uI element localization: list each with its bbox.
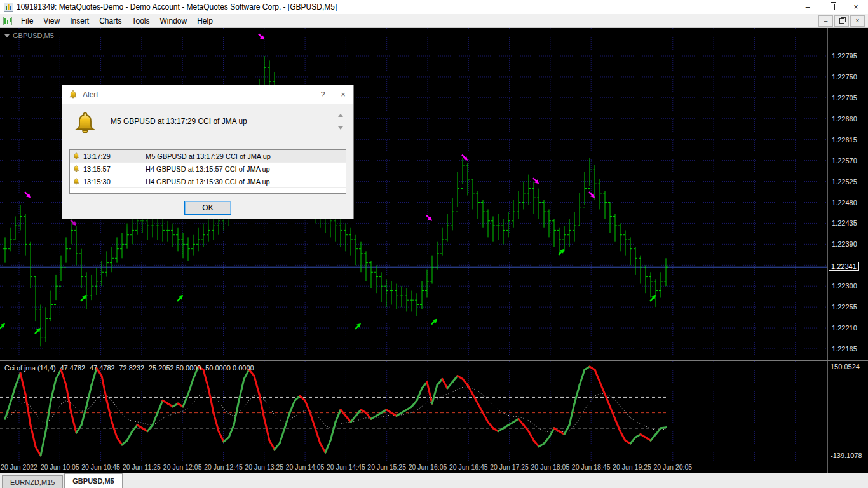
time-axis-label: 20 Jun 18:05 bbox=[531, 463, 570, 471]
window-titlebar[interactable]: 109191349: MetaQuotes-Demo - Demo Accoun… bbox=[0, 0, 868, 14]
alert-list: 13:17:29 M5 GBPUSD at 13:17:29 CCI of JM… bbox=[69, 149, 346, 194]
indicator-axis-label: 150.0524 bbox=[831, 363, 860, 370]
indicator-values-label: Cci of jma (14,4) -47.4782 -47.4782 -72.… bbox=[4, 364, 254, 372]
current-price-label: 1.22341 bbox=[829, 262, 859, 271]
mdi-close-button[interactable]: × bbox=[850, 15, 865, 27]
app-icon bbox=[4, 3, 13, 12]
price-scale[interactable]: 1.227951.227501.227051.226601.226151.225… bbox=[827, 28, 868, 473]
close-button[interactable]: × bbox=[844, 0, 868, 14]
time-axis-label: 20 Jun 10:45 bbox=[81, 463, 120, 471]
price-axis-label: 1.22795 bbox=[832, 52, 857, 60]
time-axis-label: 20 Jun 13:25 bbox=[245, 463, 283, 471]
sell-arrow-icon bbox=[25, 192, 31, 198]
time-scale[interactable]: 20 Jun 202220 Jun 10:0520 Jun 10:4520 Ju… bbox=[0, 462, 827, 473]
chart-tab-bar: EURNZD,M15 GBPUSD,M5 bbox=[0, 473, 868, 488]
alert-dialog-title: Alert bbox=[83, 90, 98, 99]
alert-text: H4 GBPUSD at 13:15:30 CCI of JMA up bbox=[138, 178, 270, 186]
time-axis-label: 20 Jun 11:25 bbox=[123, 463, 161, 471]
price-axis-label: 1.22390 bbox=[832, 240, 857, 248]
alert-dialog-titlebar[interactable]: Alert ? × bbox=[62, 85, 353, 104]
time-axis-label: 20 Jun 18:45 bbox=[572, 463, 611, 471]
ok-button[interactable]: OK bbox=[184, 201, 231, 215]
alert-row[interactable]: 13:15:57 H4 GBPUSD at 13:15:57 CCI of JM… bbox=[70, 163, 346, 175]
list-column-divider bbox=[142, 150, 142, 193]
chevron-down-icon bbox=[4, 34, 10, 37]
mdi-window-controls: – × bbox=[818, 15, 865, 27]
menu-tools[interactable]: Tools bbox=[127, 15, 155, 27]
time-axis-label: 20 Jun 12:45 bbox=[204, 463, 243, 471]
menu-file[interactable]: File bbox=[16, 15, 38, 27]
cci-line bbox=[5, 367, 666, 456]
time-axis-label: 20 Jun 10:05 bbox=[41, 463, 79, 471]
metatrader-window: { "window": { "title": "109191349: MetaQ… bbox=[0, 0, 868, 488]
menu-view[interactable]: View bbox=[38, 15, 65, 27]
chart-indicator-separator[interactable] bbox=[0, 360, 868, 361]
menu-charts[interactable]: Charts bbox=[94, 15, 126, 27]
restore-icon bbox=[829, 4, 835, 10]
cci-indicator-chart[interactable] bbox=[0, 361, 827, 461]
alert-row[interactable]: 13:15:30 H4 GBPUSD at 13:15:30 CCI of JM… bbox=[70, 175, 346, 188]
buy-arrow-icon bbox=[81, 295, 86, 301]
minimize-button[interactable]: – bbox=[796, 0, 820, 14]
alert-row[interactable]: 13:17:29 M5 GBPUSD at 13:17:29 CCI of JM… bbox=[70, 150, 346, 163]
menu-bar: File View Insert Charts Tools Window Hel… bbox=[0, 14, 868, 28]
buy-arrow-icon bbox=[177, 295, 183, 301]
time-axis-label: 20 Jun 20:05 bbox=[653, 463, 692, 471]
alert-message: M5 GBPUSD at 13:17:29 CCI of JMA up bbox=[111, 117, 247, 126]
time-axis-label: 20 Jun 12:05 bbox=[163, 463, 202, 471]
restore-button[interactable] bbox=[820, 0, 844, 14]
alert-time: 13:17:29 bbox=[83, 152, 138, 160]
time-axis-label: 20 Jun 14:05 bbox=[286, 463, 325, 471]
buy-arrow-icon bbox=[431, 318, 437, 324]
alert-text: H4 GBPUSD at 13:15:57 CCI of JMA up bbox=[138, 165, 270, 173]
alert-message-panel: M5 GBPUSD at 13:17:29 CCI of JMA up bbox=[62, 104, 353, 146]
time-axis-label: 20 Jun 15:25 bbox=[367, 463, 406, 471]
sell-arrow-icon bbox=[426, 215, 432, 221]
mdi-restore-button[interactable] bbox=[834, 15, 849, 27]
alert-bell-icon bbox=[68, 90, 78, 100]
message-scroller bbox=[338, 114, 343, 130]
price-axis-label: 1.22660 bbox=[832, 115, 857, 123]
help-button[interactable]: ? bbox=[313, 85, 333, 104]
price-axis-label: 1.22615 bbox=[832, 136, 857, 144]
time-axis-label: 20 Jun 19:25 bbox=[613, 463, 651, 471]
alert-dialog: Alert ? × M5 GBPUSD at 13:17:29 CCI of J… bbox=[62, 85, 354, 219]
indicator-grid bbox=[19, 361, 796, 461]
chart-symbol-label: GBPUSD,M5 bbox=[4, 32, 54, 39]
time-axis-label: 20 Jun 14:45 bbox=[327, 463, 365, 471]
menu-window[interactable]: Window bbox=[155, 15, 193, 27]
time-axis-label: 20 Jun 17:25 bbox=[490, 463, 529, 471]
price-axis-label: 1.22210 bbox=[832, 324, 857, 332]
menu-help[interactable]: Help bbox=[192, 15, 218, 27]
time-axis-label: 20 Jun 2022 bbox=[1, 463, 37, 471]
price-axis-label: 1.22300 bbox=[832, 282, 857, 290]
sell-arrow-icon bbox=[589, 192, 595, 198]
alert-text: M5 GBPUSD at 13:17:29 CCI of JMA up bbox=[138, 152, 271, 160]
price-axis-label: 1.22525 bbox=[832, 178, 857, 186]
mdi-minimize-button[interactable]: – bbox=[818, 15, 833, 27]
indicator-timeaxis-separator bbox=[0, 461, 868, 461]
bell-icon bbox=[72, 165, 80, 173]
scroll-up-icon[interactable] bbox=[338, 114, 343, 117]
price-axis-label: 1.22165 bbox=[832, 345, 857, 353]
bell-icon bbox=[72, 177, 80, 186]
price-axis-label: 1.22255 bbox=[832, 303, 857, 311]
price-axis-label: 1.22750 bbox=[832, 73, 857, 81]
time-axis-label: 20 Jun 16:45 bbox=[449, 463, 488, 471]
chart-icon bbox=[3, 17, 12, 25]
alert-time: 13:15:57 bbox=[83, 165, 138, 173]
indicator-axis-label: -139.1078 bbox=[831, 452, 862, 459]
alert-bell-icon-large bbox=[72, 110, 98, 137]
menu-insert[interactable]: Insert bbox=[65, 15, 94, 27]
time-axis-label: 20 Jun 16:05 bbox=[409, 463, 447, 471]
buy-arrow-icon bbox=[355, 323, 361, 329]
alert-time: 13:15:30 bbox=[83, 178, 138, 186]
dialog-close-button[interactable]: × bbox=[333, 85, 353, 104]
tab-gbpusd-m5[interactable]: GBPUSD,M5 bbox=[64, 473, 122, 488]
price-axis-label: 1.22705 bbox=[832, 94, 857, 102]
price-axis-label: 1.22570 bbox=[832, 157, 857, 165]
indicator-levels bbox=[0, 397, 666, 428]
scroll-down-icon[interactable] bbox=[338, 126, 343, 130]
buy-arrow-icon bbox=[35, 328, 41, 334]
tab-eurnzd-m15[interactable]: EURNZD,M15 bbox=[2, 475, 63, 488]
